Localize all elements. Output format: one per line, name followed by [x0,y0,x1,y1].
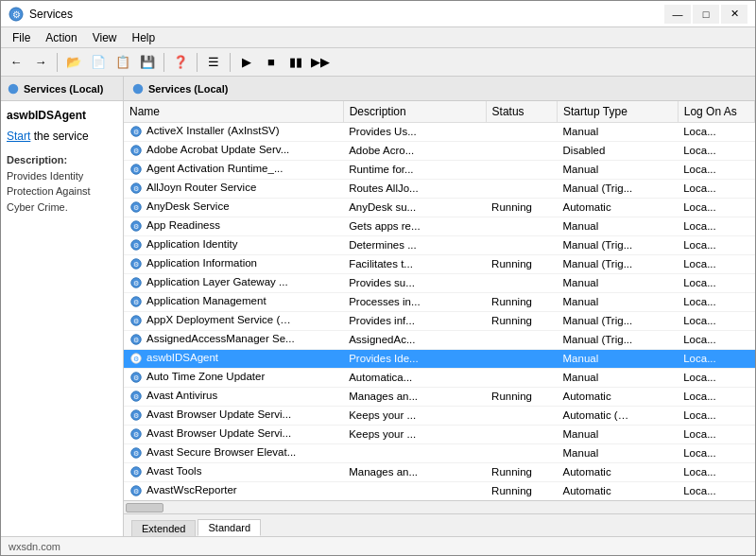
sidebar-header-icon [7,82,20,96]
sidebar: Services (Local) aswbIDSAgent Start the … [1,77,124,536]
table-row[interactable]: ⚙aswbIDSAgentProvides Ide...ManualLoca..… [124,349,755,368]
service-name-text: Application Layer Gateway ... [146,276,288,287]
window-title: Services [29,8,73,21]
view-options-button[interactable]: ☰ [202,51,225,74]
status-bar: wxsdn.com [1,536,755,555]
move-button[interactable]: 💾 [136,51,159,74]
services-table-container[interactable]: Name Description Status Startup Type Log… [124,101,755,500]
service-logon-cell: Loca... [678,425,754,443]
service-name-text: aswbIDSAgent [146,352,218,363]
title-bar: ⚙ Services ― □ ✕ [1,1,755,27]
service-name-cell: ⚙Application Identity [124,235,343,254]
service-desc-cell: Facilitates t... [343,254,486,273]
copy-button[interactable]: 📋 [112,51,134,74]
service-icon: ⚙ [129,257,143,270]
back-button[interactable]: ← [5,51,27,74]
sidebar-content: aswbIDSAgent Start the service Descripti… [1,101,123,536]
table-row[interactable]: ⚙AssignedAccessManager Se...AssignedAc..… [124,330,755,349]
close-button[interactable]: ✕ [721,5,747,24]
service-name-text: Auto Time Zone Updater [146,371,265,382]
service-name-cell: ⚙Application Information [124,254,343,273]
service-icon: ⚙ [129,219,143,233]
service-name-text: Avast Antivirus [146,390,217,401]
service-name-text: Avast Browser Update Servi... [146,427,291,439]
table-row[interactable]: ⚙AllJoyn Router ServiceRoutes AllJo...Ma… [124,179,755,198]
service-icon: ⚙ [129,446,143,460]
app-icon: ⚙ [9,7,24,22]
service-name-cell: ⚙Auto Time Zone Updater [124,368,343,387]
table-row[interactable]: ⚙App ReadinessGets apps re...ManualLoca.… [124,217,755,235]
table-row[interactable]: ⚙Agent Activation Runtime_...Runtime for… [124,160,755,179]
scrollbar-thumb[interactable] [126,503,163,513]
forward-button[interactable]: → [29,51,52,74]
table-row[interactable]: ⚙Avast Browser Update Servi...Keeps your… [124,406,755,425]
stop-service-button[interactable]: ■ [260,51,283,74]
menu-help[interactable]: Help [125,29,163,46]
col-status[interactable]: Status [486,101,557,122]
service-logon-cell: Loca... [678,311,754,330]
service-startup-cell: Manual [558,443,679,462]
toolbar-separator-2 [163,53,164,72]
table-row[interactable]: ⚙Application IdentityDetermines ...Manua… [124,235,755,254]
sidebar-header: Services (Local) [1,77,123,101]
tab-extended[interactable]: Extended [131,520,196,536]
col-startup[interactable]: Startup Type [558,101,679,122]
menu-file[interactable]: File [5,29,38,46]
svg-text:⚙: ⚙ [133,393,139,400]
service-startup-cell: Automatic [558,481,679,500]
tab-standard[interactable]: Standard [198,519,261,536]
svg-text:⚙: ⚙ [133,450,139,457]
service-name-text: Avast Tools [146,465,201,477]
service-status-cell: Running [486,311,557,330]
service-name-text: Application Identity [146,238,238,250]
service-description-block: Description: Provides Identity Protectio… [7,152,117,215]
table-row[interactable]: ⚙AnyDesk ServiceAnyDesk su...RunningAuto… [124,198,755,217]
menu-view[interactable]: View [85,29,125,46]
service-icon: ⚙ [129,125,143,138]
table-row[interactable]: ⚙Application InformationFacilitates t...… [124,254,755,273]
table-row[interactable]: ⚙Avast Secure Browser Elevat...ManualLoc… [124,443,755,462]
menu-action[interactable]: Action [38,29,84,46]
service-name-cell: ⚙App Readiness [124,217,343,235]
col-name[interactable]: Name [124,101,343,122]
svg-text:⚙: ⚙ [133,261,139,268]
service-status-cell: Running [486,481,557,500]
service-status-cell [486,179,557,198]
service-desc-cell [343,481,486,500]
table-row[interactable]: ⚙Auto Time Zone UpdaterAutomatica...Manu… [124,368,755,387]
maximize-button[interactable]: □ [693,5,719,24]
col-description[interactable]: Description [343,101,486,122]
window-controls: ― □ ✕ [664,5,747,24]
table-row[interactable]: ⚙Application Layer Gateway ...Provides s… [124,273,755,292]
main-header-icon [131,82,145,96]
service-icon: ⚙ [129,390,143,403]
service-name-text: Application Information [146,257,257,269]
service-startup-cell: Manual (Trig... [558,330,679,349]
service-name-text: AllJoyn Router Service [146,182,256,193]
status-text: wxsdn.com [9,541,60,552]
table-row[interactable]: ⚙Adobe Acrobat Update Serv...Adobe Acro.… [124,141,755,160]
table-row[interactable]: ⚙AvastWscReporterRunningAutomaticLoca... [124,481,755,500]
restart-service-button[interactable]: ▶▶ [309,51,332,74]
table-row[interactable]: ⚙Avast ToolsManages an...RunningAutomati… [124,462,755,481]
svg-text:⚙: ⚙ [133,148,139,154]
svg-text:⚙: ⚙ [133,204,139,211]
service-logon-cell: Loca... [678,330,754,349]
table-row[interactable]: ⚙AppX Deployment Service (…Provides inf.… [124,311,755,330]
start-service-button[interactable]: ▶ [235,51,258,74]
help-button[interactable]: ❓ [169,51,192,74]
col-logon[interactable]: Log On As [678,101,754,122]
pause-service-button[interactable]: ▮▮ [284,51,307,74]
up-button[interactable]: 📂 [62,51,85,74]
table-row[interactable]: ⚙ActiveX Installer (AxInstSV)Provides Us… [124,122,755,141]
folder-button[interactable]: 📄 [87,51,110,74]
table-row[interactable]: ⚙Avast Browser Update Servi...Keeps your… [124,425,755,443]
minimize-button[interactable]: ― [664,5,691,24]
service-status-cell [486,406,557,425]
horizontal-scrollbar[interactable] [124,500,755,513]
service-status-cell [486,349,557,368]
svg-text:⚙: ⚙ [133,488,139,495]
table-row[interactable]: ⚙Avast AntivirusManages an...RunningAuto… [124,387,755,406]
table-row[interactable]: ⚙Application ManagementProcesses in...Ru… [124,292,755,311]
start-link[interactable]: Start [7,130,30,143]
